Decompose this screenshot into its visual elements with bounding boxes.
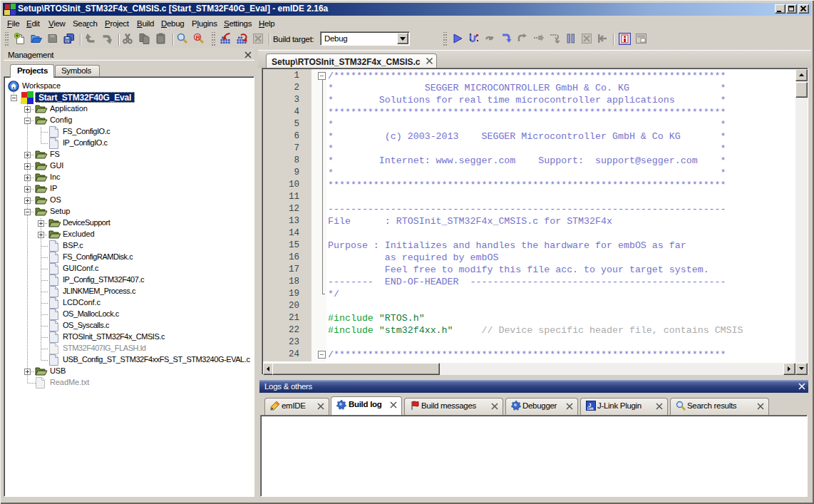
svg-text:Link: Link <box>587 407 594 411</box>
